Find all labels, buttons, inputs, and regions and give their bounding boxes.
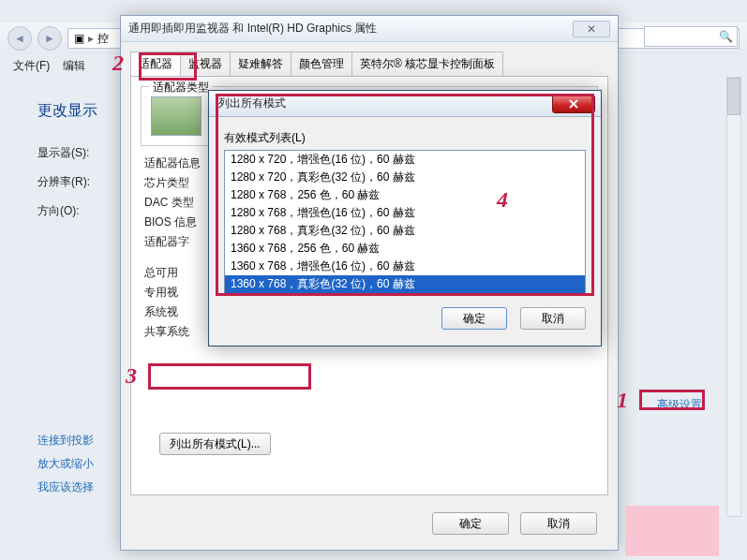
side-links: 连接到投影 放大或缩小 我应该选择 xyxy=(37,425,94,503)
mode-item[interactable]: 1360 x 768，256 色，60 赫兹 xyxy=(225,240,585,258)
close-icon xyxy=(569,99,578,109)
tab-color[interactable]: 颜色管理 xyxy=(291,52,352,76)
resolution-label: 分辨率(R): xyxy=(37,174,90,190)
mode-item[interactable]: 1360 x 768，增强色(16 位)，60 赫兹 xyxy=(225,258,585,275)
close-button[interactable]: ✕ xyxy=(573,21,610,37)
explorer-scrollbar[interactable] xyxy=(726,77,741,517)
link-projector[interactable]: 连接到投影 xyxy=(37,433,94,449)
menu-edit[interactable]: 编辑 xyxy=(57,56,91,76)
dialog-cancel-button[interactable]: 取消 xyxy=(520,512,597,535)
mode-item[interactable]: 1280 x 768，256 色，60 赫兹 xyxy=(225,186,585,204)
modes-list-label: 有效模式列表(L) xyxy=(224,130,586,146)
search-input[interactable]: 🔍 xyxy=(644,26,738,47)
device-icon xyxy=(151,96,202,136)
modes-ok-button[interactable]: 确定 xyxy=(441,307,507,330)
tab-adapter[interactable]: 适配器 xyxy=(130,52,181,76)
advanced-settings-link[interactable]: 高级设置 xyxy=(657,397,702,413)
modes-cancel-button[interactable]: 取消 xyxy=(520,307,586,330)
folder-icon: ▣ xyxy=(74,32,84,45)
modes-listbox[interactable]: 1280 x 600，真彩色(32 位)，60 赫兹1280 x 720，256… xyxy=(224,150,586,294)
orientation-label: 方向(O): xyxy=(37,203,80,219)
dialog-ok-button[interactable]: 确定 xyxy=(432,512,509,535)
mode-item[interactable]: 1280 x 720，真彩色(32 位)，60 赫兹 xyxy=(225,169,585,186)
tab-strip: 适配器 监视器 疑难解答 颜色管理 英特尔® 核芯显卡控制面板 xyxy=(130,52,608,76)
row-shared: 共享系统 xyxy=(144,325,189,338)
list-all-modes-button[interactable]: 列出所有模式(L)... xyxy=(159,433,271,455)
mode-item[interactable]: 1280 x 768，真彩色(32 位)，60 赫兹 xyxy=(225,222,585,240)
link-zoom[interactable]: 放大或缩小 xyxy=(37,456,94,472)
list-modes-dialog: 列出所有模式 有效模式列表(L) 1280 x 600，真彩色(32 位)，60… xyxy=(208,90,602,346)
monitor-label: 显示器(S): xyxy=(37,145,89,161)
address-text: 控 xyxy=(97,31,109,47)
forward-button[interactable]: ► xyxy=(37,26,62,51)
mode-item[interactable]: 1280 x 720，增强色(16 位)，60 赫兹 xyxy=(225,151,585,169)
mode-item[interactable]: 1280 x 768，增强色(16 位)，60 赫兹 xyxy=(225,204,585,222)
tab-monitor[interactable]: 监视器 xyxy=(180,52,231,76)
link-what[interactable]: 我应该选择 xyxy=(37,479,94,495)
dialog-titlebar[interactable]: 通用即插即用监视器 和 Intel(R) HD Graphics 属性 xyxy=(121,16,618,42)
menu-file[interactable]: 文件(F) xyxy=(7,56,55,76)
dialog-title: 通用即插即用监视器 和 Intel(R) HD Graphics 属性 xyxy=(128,21,377,37)
tab-troubleshoot[interactable]: 疑难解答 xyxy=(230,52,291,76)
group-legend: 适配器类型 xyxy=(149,80,213,96)
watermark-block xyxy=(625,506,719,556)
back-button[interactable]: ◄ xyxy=(7,26,32,51)
mode-item[interactable]: 1360 x 768，真彩色(32 位)，60 赫兹 xyxy=(225,275,585,293)
modes-close-button[interactable] xyxy=(552,95,595,113)
modes-titlebar[interactable]: 列出所有模式 xyxy=(209,91,601,117)
search-icon: 🔍 xyxy=(719,30,733,43)
tab-intel[interactable]: 英特尔® 核芯显卡控制面板 xyxy=(351,52,503,76)
modes-title: 列出所有模式 xyxy=(218,96,286,111)
